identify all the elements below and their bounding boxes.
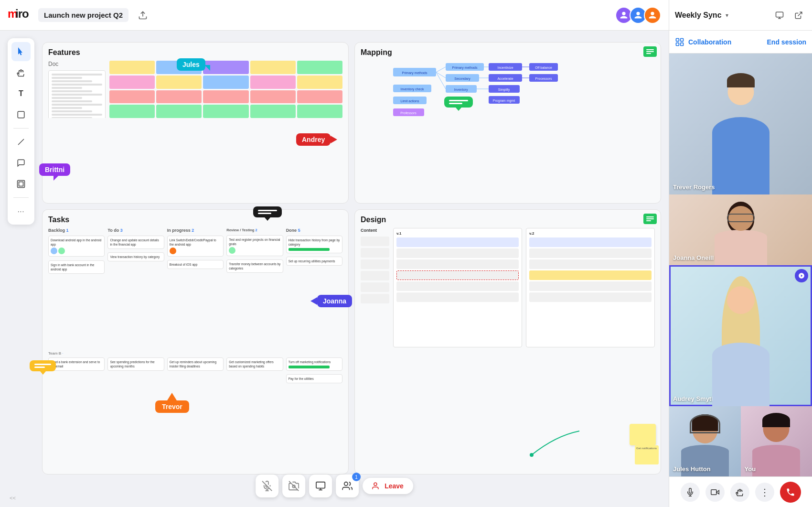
active-speaker-indicator xyxy=(795,269,808,282)
ctrl-end-call-button[interactable] xyxy=(780,482,801,503)
task-card[interactable]: Change and update account details in the… xyxy=(107,236,164,249)
upload-button[interactable] xyxy=(134,7,151,24)
features-title: Features xyxy=(48,48,342,57)
svg-rect-58 xyxy=(676,43,679,45)
text-tool[interactable]: T xyxy=(11,84,31,103)
kanban-col-inprogress: In progress 2 Link Switch/Debit/Credit/P… xyxy=(167,228,224,347)
svg-text:Inventory check: Inventory check xyxy=(400,87,424,91)
col-header-todo: To do 3 xyxy=(107,228,164,233)
task-card[interactable]: Test and register projects on financial … xyxy=(226,235,283,256)
svg-text:Accelerate: Accelerate xyxy=(497,77,513,80)
design-content: Content v.1 xyxy=(361,228,655,347)
team-b-row: Team B · Fund a bank extension and serve… xyxy=(48,351,342,396)
design-section: Design Content xyxy=(354,209,661,475)
video-bottom-row: Jules Hutton You xyxy=(669,406,812,477)
ctrl-mic-button[interactable] xyxy=(681,483,700,502)
mapping-title: Mapping xyxy=(361,48,655,57)
task-card[interactable]: Set up recurring utilities payments xyxy=(286,257,342,266)
tasks-section: Tasks Backlog 1 Download android app in … xyxy=(42,209,349,475)
task-card[interactable]: Download android app in the android app xyxy=(48,236,105,257)
avatar-3[interactable] xyxy=(644,7,661,24)
ctrl-more-button[interactable]: ⋮ xyxy=(755,483,774,502)
svg-rect-57 xyxy=(681,38,684,41)
share-button[interactable] xyxy=(309,475,332,497)
svg-rect-47 xyxy=(316,482,325,488)
svg-line-17 xyxy=(436,72,446,89)
v1-label: v.1 xyxy=(396,231,519,236)
leave-label: Leave xyxy=(385,482,404,490)
tasks-kanban: Backlog 1 Download android app in the an… xyxy=(48,228,342,347)
svg-point-50 xyxy=(344,482,348,485)
collab-label: Collaboration xyxy=(688,38,731,46)
cursor-label-brittni: Brittni xyxy=(39,163,70,176)
task-card[interactable]: View transaction history by category xyxy=(107,252,164,261)
more-tools[interactable]: ··· xyxy=(11,202,31,221)
canvas-content: Jules Brittni Andrey xyxy=(0,31,669,507)
design-v1-frame[interactable]: v.1 xyxy=(393,228,522,347)
tasks-title: Tasks xyxy=(48,216,342,224)
col-header-inprogress: In progress 2 xyxy=(167,228,224,233)
task-card[interactable]: Hide transaction history from page by ca… xyxy=(286,236,342,253)
svg-rect-59 xyxy=(681,43,684,45)
svg-text:Off balance: Off balance xyxy=(535,66,552,69)
hand-tool[interactable] xyxy=(11,63,31,82)
kanban-col-b2: See spending predictions for the upcomin… xyxy=(107,357,164,396)
notifications-sticky: Get notifications xyxy=(635,445,659,464)
cursor-joanna: Joanna xyxy=(310,295,352,307)
board-grid: Features Doc xyxy=(42,42,661,475)
line-tool[interactable] xyxy=(11,132,31,151)
select-tool[interactable] xyxy=(11,42,31,61)
session-title: Weekly Sync xyxy=(675,11,722,20)
external-link-button[interactable] xyxy=(791,8,806,23)
mic-button[interactable] xyxy=(256,475,278,497)
chat-bubble-3 xyxy=(30,360,56,371)
camera-button[interactable] xyxy=(282,475,305,497)
svg-text:Inventory: Inventory xyxy=(454,88,468,92)
dropdown-arrow[interactable]: ▾ xyxy=(726,12,728,19)
svg-text:Secondary: Secondary xyxy=(454,77,470,81)
svg-point-41 xyxy=(530,453,534,457)
svg-rect-56 xyxy=(676,38,679,41)
kanban-col-todo: To do 3 Change and update account detail… xyxy=(107,228,164,347)
svg-text:Primary methods: Primary methods xyxy=(452,66,478,70)
end-session-button[interactable]: End session xyxy=(767,38,806,46)
kanban-col-b5: Turn off marketing notifications Pay for… xyxy=(286,357,342,396)
bottom-toolbar: 1 Leave xyxy=(256,475,413,497)
col-header-backlog: Backlog 1 xyxy=(48,228,105,233)
face-art-trever xyxy=(669,54,812,194)
task-card[interactable]: Transfer money between accounts by categ… xyxy=(226,259,283,273)
project-title[interactable]: Launch new project Q2 xyxy=(38,8,128,22)
cursor-label-andrey: Andrey xyxy=(296,133,331,146)
video-tile-trever: Trever Rogers xyxy=(669,54,812,194)
tool-divider xyxy=(13,128,29,129)
svg-line-55 xyxy=(798,12,802,16)
chat-bubble-2 xyxy=(444,97,473,108)
task-card[interactable]: Link Switch/Debit/Credit/Paypal to the a… xyxy=(167,236,224,257)
svg-marker-62 xyxy=(716,490,719,494)
collab-bar: Collaboration End session xyxy=(669,31,812,54)
cursor-andrey: Andrey xyxy=(296,133,337,146)
comment-tool[interactable] xyxy=(11,153,31,173)
monitor-icon-button[interactable] xyxy=(772,8,787,23)
sticky-tool[interactable] xyxy=(11,105,31,124)
kanban-col-done: Done 5 Hide transaction history from pag… xyxy=(286,228,342,347)
svg-text:Professors: Professors xyxy=(400,111,417,115)
task-card[interactable]: Breakout of iOS app xyxy=(167,260,224,269)
users-button[interactable]: 1 xyxy=(336,475,359,497)
svg-rect-63 xyxy=(711,489,716,495)
design-v2-frame[interactable]: v.2 xyxy=(526,228,655,347)
frame-tool[interactable] xyxy=(11,174,31,194)
svg-line-11 xyxy=(436,67,446,72)
svg-text:Program mgmt: Program mgmt xyxy=(493,99,515,103)
video-controls: ⋮ xyxy=(669,476,812,507)
leave-button[interactable]: Leave xyxy=(363,478,413,494)
ctrl-hand-button[interactable] xyxy=(730,483,749,502)
doc-preview[interactable] xyxy=(48,70,106,118)
svg-text:iro: iro xyxy=(15,7,29,20)
video-grid: Trever Rogers Joanna Oneill xyxy=(669,54,812,476)
video-name-trever: Trever Rogers xyxy=(673,183,715,191)
doc-label: Doc xyxy=(48,61,106,67)
svg-text:Primary methods: Primary methods xyxy=(402,71,427,75)
task-card[interactable]: Sign in with bank account in the android… xyxy=(48,260,105,274)
ctrl-camera-button[interactable] xyxy=(705,483,725,502)
